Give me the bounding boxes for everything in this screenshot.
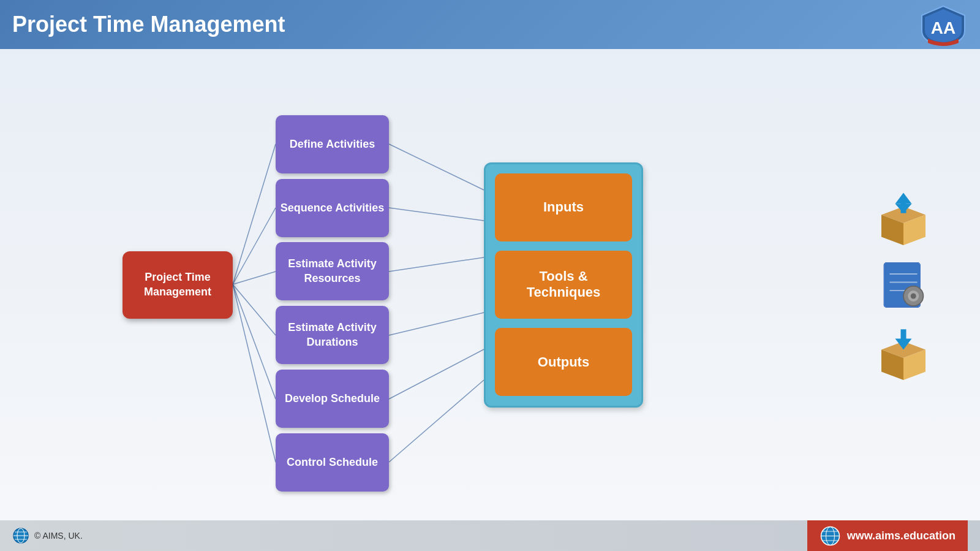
footer-globe-icon	[820, 525, 841, 547]
output-outputs: Outputs	[495, 328, 632, 396]
footer-website: www.aims.education	[807, 520, 968, 552]
footer: © AIMS, UK. www.aims.education	[0, 520, 980, 551]
svg-line-10	[389, 313, 484, 335]
page-title: Project Time Management	[12, 12, 285, 37]
svg-line-1	[233, 144, 276, 284]
activity-box-sequence: Sequence Activities	[276, 179, 389, 237]
output-box-icon	[876, 325, 931, 380]
svg-line-4	[233, 284, 276, 335]
svg-line-8	[389, 208, 484, 221]
output-inputs: Inputs	[495, 173, 632, 241]
svg-line-2	[233, 208, 276, 284]
svg-line-9	[389, 257, 484, 272]
svg-line-11	[389, 349, 484, 399]
svg-line-5	[233, 284, 276, 399]
output-tools: Tools & Techniques	[495, 251, 632, 319]
svg-line-6	[233, 284, 276, 462]
activity-box-control: Control Schedule	[276, 433, 389, 492]
footer-copyright: © AIMS, UK.	[34, 531, 83, 541]
output-panel: Inputs Tools & Techniques Outputs	[484, 162, 643, 408]
svg-line-3	[233, 272, 276, 284]
activity-box-est-durations: Estimate Activity Durations	[276, 306, 389, 364]
activity-box-est-resources: Estimate Activity Resources	[276, 242, 389, 300]
activity-box-develop: Develop Schedule	[276, 370, 389, 428]
footer-left: © AIMS, UK.	[12, 527, 83, 544]
footer-url: www.aims.education	[847, 530, 956, 542]
input-box-icon	[876, 190, 931, 245]
svg-line-12	[389, 380, 484, 462]
svg-text:AA: AA	[931, 18, 956, 37]
main-content: Project Time Management Define Activitie…	[0, 49, 980, 520]
header: Project Time Management AA	[0, 0, 980, 49]
header-logo: AA	[919, 3, 968, 46]
svg-line-7	[389, 144, 484, 190]
globe-icon	[12, 527, 29, 544]
tools-icon	[876, 257, 931, 313]
svg-point-25	[911, 293, 916, 298]
right-icons	[876, 190, 931, 380]
ptm-box: Project Time Management	[123, 251, 233, 319]
activity-box-define: Define Activities	[276, 115, 389, 173]
